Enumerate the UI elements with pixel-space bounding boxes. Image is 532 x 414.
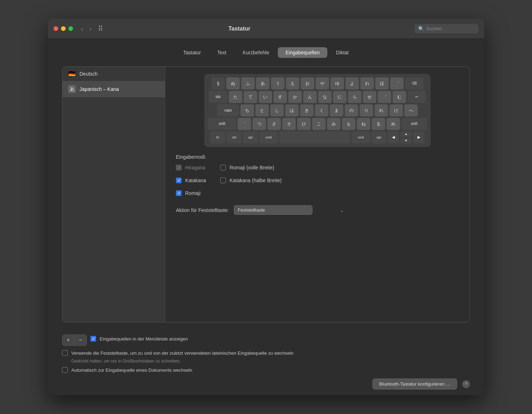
bluetooth-btn[interactable]: Bluetooth-Tastatur konfigurieren … <box>372 378 457 390</box>
kbd-key[interactable]: ひ <box>297 118 311 130</box>
kbd-key[interactable]: は <box>285 104 299 116</box>
kbd-key-caps[interactable]: caps <box>217 104 239 116</box>
kbd-key[interactable]: も <box>342 118 355 130</box>
checkbox-auto[interactable] <box>62 367 68 373</box>
remove-button[interactable]: − <box>74 335 87 345</box>
kbd-key-up[interactable]: ▲ <box>400 131 412 137</box>
kbd-key[interactable]: む <box>393 91 406 103</box>
search-box: 🔍 <box>415 24 478 33</box>
kbd-key[interactable]: た <box>229 91 242 103</box>
kbd-key[interactable]: う <box>271 77 284 89</box>
checkbox-romaji[interactable] <box>176 190 182 196</box>
kbd-key[interactable]: と <box>255 104 269 116</box>
dropdown-wrapper: Feststelltaste Hiragana/Katakana umschal… <box>234 205 347 215</box>
kbd-key-tab[interactable]: tab <box>209 91 227 103</box>
checkbox-katakana-halbe[interactable] <box>220 178 226 183</box>
kbd-key[interactable]: よ <box>345 77 359 89</box>
aktion-row: Aktion für Feststelltaste: Feststelltast… <box>176 205 459 215</box>
kbd-key[interactable]: ま <box>330 104 343 116</box>
kbd-key[interactable]: あ <box>256 77 270 89</box>
checkbox-row-show[interactable]: Eingabequellen in der Menüleiste anzeige… <box>90 336 188 342</box>
kbd-key-right[interactable]: ▶ <box>413 131 425 143</box>
kbd-key[interactable]: れ <box>375 104 388 116</box>
kbd-key[interactable]: か <box>288 91 302 103</box>
kbd-key[interactable]: ゆ <box>331 77 344 89</box>
tab-tastatur[interactable]: Tastatur <box>176 47 209 58</box>
add-button[interactable]: + <box>62 335 74 345</box>
sidebar-item-japanisch[interactable]: あ Japanisch – Kana <box>62 81 165 97</box>
checkbox-romaji-volle[interactable] <box>220 165 226 170</box>
kbd-key[interactable]: め <box>387 118 400 130</box>
kbd-key[interactable]: る <box>372 118 385 130</box>
kbd-key[interactable]: な <box>318 91 332 103</box>
kbd-key[interactable]: の <box>345 104 358 116</box>
kbd-key[interactable]: そ <box>282 118 296 130</box>
kbd-key[interactable]: い <box>259 91 272 103</box>
kbd-key[interactable]: こ <box>312 118 326 130</box>
checkbox-hiragana[interactable] <box>176 165 182 170</box>
kbd-key-delete[interactable]: ⌫ <box>405 77 423 89</box>
checkbox-row-romaji[interactable]: Romaji <box>176 190 206 196</box>
aktion-dropdown[interactable]: Feststelltaste Hiragana/Katakana umschal… <box>234 205 312 215</box>
checkbox-row-auto[interactable]: Automatisch zur Eingabequelle eines Doku… <box>62 367 470 373</box>
kbd-key-space[interactable] <box>279 131 350 143</box>
kbd-key[interactable]: け <box>389 104 403 116</box>
kbd-key[interactable]: ち <box>240 104 254 116</box>
kbd-key-return[interactable]: ↩ <box>408 91 426 103</box>
kbd-key[interactable]: り <box>360 104 373 116</box>
kbd-key[interactable]: や <box>316 77 329 89</box>
kbd-key-ctrl[interactable]: ctrl <box>227 131 242 143</box>
kbd-key[interactable]: み <box>327 118 340 130</box>
kbd-key[interactable]: お <box>301 77 314 89</box>
tab-diktat[interactable]: Diktat <box>328 47 356 58</box>
checkbox-row-katakana[interactable]: Katakana <box>176 178 206 183</box>
kbd-key[interactable]: ぬ <box>226 77 240 89</box>
checkbox-row-romaji-volle[interactable]: Romaji (volle Breite) <box>220 165 282 170</box>
checkbox-show-menubar[interactable] <box>90 336 96 342</box>
kbd-key[interactable]: へ <box>404 104 418 116</box>
checkbox-row-katakana-halbe[interactable]: Katakana (halbe Breite) <box>220 178 282 183</box>
kbd-key[interactable]: き <box>300 104 314 116</box>
kbd-key[interactable]: ゛ <box>378 91 391 103</box>
kbd-key-cmd-r[interactable]: cmd <box>351 131 370 143</box>
checkbox-row-caps[interactable]: Verwende die Feststelltaste, um zu und v… <box>62 350 470 356</box>
kbd-key-shift-r[interactable]: shift <box>401 118 427 130</box>
kbd-key[interactable]: つ <box>253 118 266 130</box>
kbd-key[interactable]: ふ <box>241 77 255 89</box>
kbd-key-down[interactable]: ▼ <box>400 138 412 143</box>
kbd-key-left[interactable]: ◀ <box>388 131 399 143</box>
kbd-key[interactable]: ほ <box>375 77 389 89</box>
kbd-key[interactable]: ね <box>357 118 370 130</box>
kbd-key-shift-l[interactable]: shift <box>208 118 236 130</box>
kbd-key[interactable]: え <box>286 77 299 89</box>
checkbox-caps-label: Verwende die Feststelltaste, um zu und v… <box>71 350 294 356</box>
aktion-label: Aktion für Feststelltaste: <box>176 207 229 213</box>
kbd-key[interactable]: て <box>244 91 257 103</box>
tab-eingabequellen[interactable]: Eingabequellen <box>278 47 328 58</box>
kbd-key[interactable]: せ <box>363 91 376 103</box>
search-input[interactable] <box>426 26 475 31</box>
kbd-key-opt[interactable]: opt <box>243 131 258 143</box>
checkbox-katakana[interactable] <box>176 178 182 183</box>
kbd-key[interactable]: ｀ <box>238 118 251 130</box>
kbd-key[interactable]: わ <box>360 77 374 89</box>
checkbox-caps[interactable] <box>62 350 68 356</box>
tab-text[interactable]: Text <box>210 47 234 58</box>
help-button[interactable]: ? <box>462 380 470 388</box>
kbd-key[interactable]: § <box>211 77 225 89</box>
checkbox-row-hiragana[interactable]: Hiragana <box>176 165 206 170</box>
tab-kurzbefehle[interactable]: Kurzbefehle <box>235 47 277 58</box>
kbd-key-cmd-l[interactable]: cmd <box>259 131 278 143</box>
kbd-key[interactable]: く <box>315 104 328 116</box>
kbd-key[interactable]: す <box>273 91 287 103</box>
kbd-key[interactable]: さ <box>267 118 281 130</box>
close-button[interactable] <box>54 26 58 31</box>
kbd-key[interactable]: に <box>333 91 347 103</box>
kbd-key[interactable]: ゜ <box>390 77 404 89</box>
kbd-key[interactable]: ら <box>348 91 361 103</box>
kbd-key[interactable]: ん <box>303 91 317 103</box>
kbd-key-opt-r[interactable]: opt <box>371 131 386 143</box>
kbd-key-fn[interactable]: fn <box>210 131 225 143</box>
sidebar-item-deutsch[interactable]: 🇩🇪 Deutsch <box>62 67 165 81</box>
kbd-key[interactable]: し <box>270 104 284 116</box>
